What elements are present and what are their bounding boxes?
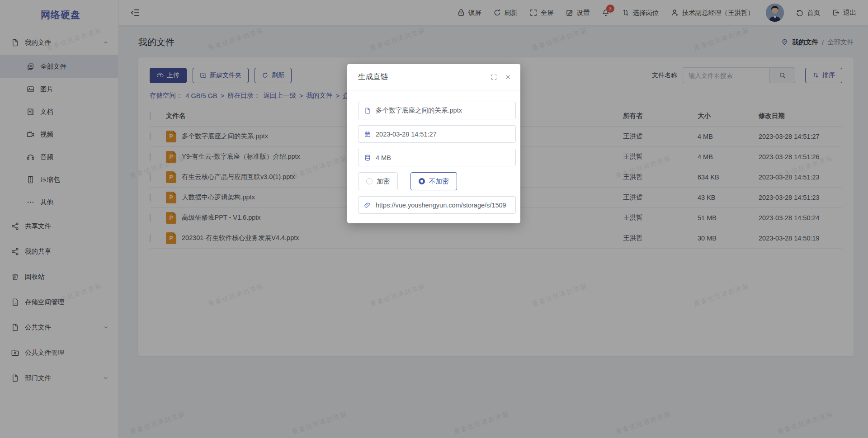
file-size-field: 4 MB	[358, 149, 516, 166]
radio-checked-icon	[419, 178, 425, 184]
radio-unchecked-icon	[366, 178, 373, 184]
calendar-icon	[364, 131, 371, 138]
file-icon	[364, 107, 371, 114]
database-icon	[364, 154, 371, 161]
paperclip-icon	[364, 202, 371, 209]
direct-link-value: https://vue.youshengyun.com/storage/s/15…	[376, 202, 506, 209]
direct-link-field[interactable]: https://vue.youshengyun.com/storage/s/15…	[358, 196, 516, 214]
file-name-field: 多个数字底座之间的关系.pptx	[358, 102, 516, 119]
no-encrypt-radio[interactable]: 不加密	[410, 172, 457, 190]
encrypt-label: 加密	[377, 177, 390, 186]
modal-header: 生成直链	[347, 64, 520, 90]
generate-direct-link-modal: 生成直链 多个数字底座之间的关系.pptx 2023-03-28 14:51:2…	[347, 64, 520, 223]
modal-body: 多个数字底座之间的关系.pptx 2023-03-28 14:51:27 4 M…	[347, 90, 520, 214]
file-size-value: 4 MB	[376, 154, 391, 161]
close-icon[interactable]	[505, 74, 511, 80]
modal-fullscreen-icon[interactable]	[491, 74, 497, 80]
modified-date-field: 2023-03-28 14:51:27	[358, 125, 516, 143]
encrypt-radio[interactable]: 加密	[358, 172, 398, 190]
app-root: 网络硬盘 我的文件 全部文件 图片 文档 视频 音频 压缩包	[0, 0, 868, 438]
file-name-value: 多个数字底座之间的关系.pptx	[376, 106, 462, 115]
encryption-radio-group: 加密 不加密	[358, 172, 513, 190]
no-encrypt-label: 不加密	[429, 177, 449, 186]
modified-date-value: 2023-03-28 14:51:27	[376, 131, 437, 138]
modal-title: 生成直链	[358, 72, 388, 82]
